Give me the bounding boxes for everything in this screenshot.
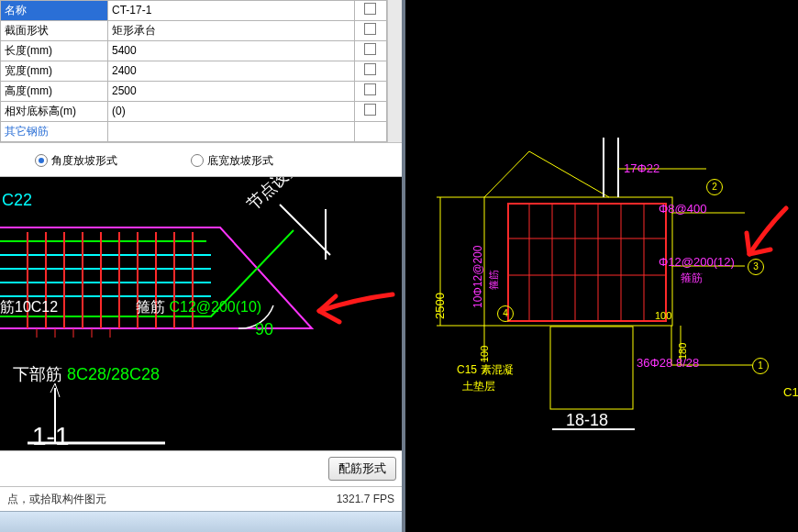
- app-root: 名称 CT-17-1 截面形状 矩形承台 长度(mm) 5400 宽度(mm) …: [0, 0, 798, 532]
- table-scrollbar[interactable]: [387, 0, 402, 142]
- value-bottom-spec[interactable]: 8C28/28C28: [67, 365, 160, 383]
- value-dim-100b: 100: [479, 346, 491, 362]
- prop-value[interactable]: CT-17-1: [108, 1, 355, 21]
- table-row[interactable]: 宽度(mm) 2400: [1, 61, 387, 82]
- bubble-1: 1: [752, 358, 769, 374]
- left-pane: 名称 CT-17-1 截面形状 矩形承台 长度(mm) 5400 宽度(mm) …: [0, 0, 405, 532]
- prop-key: 名称: [1, 1, 108, 21]
- footer-bar: 配筋形式: [0, 450, 402, 486]
- radio-angle-slope[interactable]: 角度放坡形式: [35, 154, 117, 167]
- svg-line-19: [280, 205, 330, 255]
- value-vert-spec: 10Φ12@200: [471, 246, 484, 308]
- prop-check[interactable]: [354, 1, 386, 21]
- bubble-3: 3: [748, 259, 764, 275]
- svg-rect-25: [508, 204, 666, 321]
- value-height: 2500: [433, 293, 448, 319]
- value-top-rebar: 17Φ22: [624, 161, 659, 176]
- table-row[interactable]: 其它钢筋: [1, 122, 387, 142]
- value-angle[interactable]: 90: [255, 320, 273, 340]
- table-row[interactable]: 名称 CT-17-1: [1, 1, 387, 21]
- label-c15c: 土垫层: [462, 380, 495, 393]
- table-row[interactable]: 长度(mm) 5400: [1, 41, 387, 61]
- status-fps: 1321.7 FPS: [337, 493, 394, 505]
- right-drawing-canvas[interactable]: 17Φ22 Φ8@400 Φ12@200(12) 10Φ12@200 箍筋 箍筋…: [405, 0, 798, 532]
- bubble-2: 2: [706, 179, 723, 195]
- value-stirrup-spec[interactable]: C12@200(10): [169, 299, 261, 315]
- svg-rect-24: [550, 327, 633, 409]
- label-c1: C1: [783, 385, 798, 400]
- radio-bottom-width-slope[interactable]: 底宽放坡形式: [191, 154, 273, 167]
- label-c15b: 素混凝: [481, 363, 514, 376]
- label-bottom-rebar: 下部筋: [13, 365, 62, 383]
- radio-dot-icon: [191, 154, 204, 167]
- status-hint: 点，或拾取构件图元: [7, 493, 106, 505]
- radio-label: 底宽放坡形式: [207, 154, 273, 167]
- value-dim-100: 100: [655, 310, 671, 322]
- section-label: 1-1: [32, 421, 69, 449]
- radio-label: 角度放坡形式: [51, 154, 117, 167]
- label-stirrup-vert: 箍筋: [488, 270, 500, 290]
- table-row[interactable]: 高度(mm) 2500: [1, 82, 387, 102]
- left-drawing-canvas[interactable]: C22 节点设置 筋10C12 箍筋 C12@200(10) 90 下部筋 8C…: [0, 177, 402, 449]
- label-stirrup[interactable]: 箍筋: [136, 299, 165, 315]
- section-label-right: 18-18: [566, 411, 608, 431]
- rebar-form-button[interactable]: 配筋形式: [328, 457, 396, 481]
- label-rebar: 筋10C12: [0, 299, 58, 315]
- bubble-4: 4: [497, 305, 514, 322]
- label-c15: C15: [457, 363, 477, 376]
- properties-table: 名称 CT-17-1 截面形状 矩形承台 长度(mm) 5400 宽度(mm) …: [0, 0, 387, 142]
- radio-dot-icon: [35, 154, 48, 167]
- radio-row: 角度放坡形式 底宽放坡形式: [0, 142, 402, 177]
- status-bar: 点，或拾取构件图元 1321.7 FPS: [0, 486, 402, 511]
- table-row[interactable]: 相对底标高(m) (0): [1, 102, 387, 122]
- label-stirrup-right: 箍筋: [681, 272, 703, 284]
- label-top-rebar: C22: [2, 191, 32, 211]
- table-row[interactable]: 截面形状 矩形承台: [1, 21, 387, 41]
- value-spec1: Φ8@400: [659, 202, 707, 216]
- taskbar-stub: [0, 511, 402, 532]
- value-spec2: Φ12@200(12): [659, 255, 735, 270]
- value-bottom-rebar: 36Φ28 8/28: [637, 356, 699, 371]
